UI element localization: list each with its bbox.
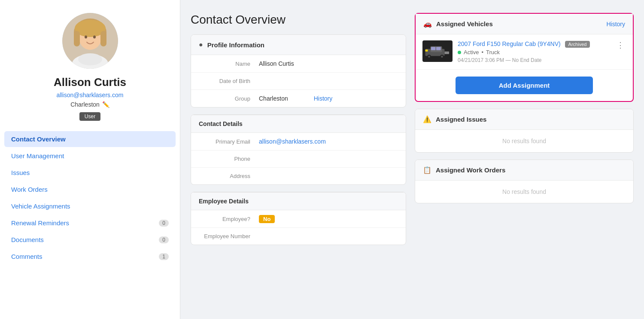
- email-value[interactable]: allison@sharklasers.com: [259, 138, 326, 145]
- sidebar-nav: Contact OverviewUser ManagementIssuesWor…: [0, 131, 180, 265]
- svg-rect-5: [100, 31, 106, 46]
- work-orders-no-results: No results found: [415, 181, 633, 203]
- svg-point-6: [85, 36, 87, 39]
- vehicle-name[interactable]: 2007 Ford F150 Regular Cab (9Y4NV) Archi…: [458, 40, 610, 47]
- employee-no-badge: No: [259, 215, 275, 223]
- sidebar-item-issues[interactable]: Issues: [4, 165, 176, 181]
- vehicle-entry: 2007 Ford F150 Regular Cab (9Y4NV) Archi…: [416, 34, 633, 70]
- svg-rect-12: [431, 47, 436, 50]
- contact-details-card: Contact Details Primary Email allison@sh…: [191, 114, 406, 185]
- sidebar-item-renewal-reminders[interactable]: Renewal Reminders0: [4, 215, 176, 231]
- vehicles-history-link[interactable]: History: [606, 21, 625, 28]
- add-assignment-button[interactable]: Add Assignment: [456, 77, 593, 94]
- group-row: Group Charleston History: [191, 90, 406, 107]
- issues-icon: ⚠️: [423, 115, 431, 123]
- svg-point-7: [93, 36, 96, 39]
- vehicle-info: 2007 Ford F150 Regular Cab (9Y4NV) Archi…: [458, 40, 610, 63]
- sidebar: Allison Curtis allison@sharklasers.com C…: [0, 0, 180, 319]
- edit-location-icon[interactable]: ✏️: [102, 101, 109, 108]
- user-name: Allison Curtis: [54, 76, 126, 89]
- email-label: Primary Email: [199, 138, 259, 145]
- vehicle-menu-button[interactable]: ⋮: [615, 40, 626, 50]
- svg-rect-18: [445, 52, 450, 54]
- employee-label: Employee?: [199, 216, 259, 222]
- assigned-vehicles-title: Assigned Vehicles: [436, 20, 602, 28]
- contact-details-header: Contact Details: [191, 115, 406, 133]
- sidebar-item-label: Work Orders: [11, 186, 48, 193]
- svg-rect-4: [74, 31, 80, 46]
- svg-point-9: [78, 53, 102, 65]
- employee-number-label: Employee Number: [199, 233, 259, 239]
- profile-information-card: ● Profile Information Name Allison Curti…: [191, 34, 406, 107]
- user-role-badge: User: [79, 112, 100, 121]
- page-title: Contact Overview: [191, 13, 406, 27]
- car-icon: 🚗: [423, 20, 432, 28]
- vehicle-thumbnail: [422, 40, 453, 62]
- sidebar-item-badge: 1: [159, 253, 169, 260]
- profile-icon: ●: [199, 41, 203, 49]
- profile-section-header: ● Profile Information: [191, 35, 406, 55]
- sidebar-item-label: Contact Overview: [11, 135, 66, 143]
- svg-rect-19: [425, 49, 428, 52]
- vehicle-status: Active • Truck: [458, 49, 610, 55]
- address-label: Address: [199, 173, 259, 179]
- user-location: Charleston ✏️: [70, 101, 109, 108]
- right-column: 🚗 Assigned Vehicles History: [415, 13, 634, 306]
- avatar: [62, 13, 118, 69]
- sidebar-item-label: User Management: [11, 152, 64, 160]
- assigned-issues-card: ⚠️ Assigned Issues No results found: [415, 109, 634, 153]
- user-email[interactable]: allison@sharklasers.com: [57, 92, 124, 98]
- work-orders-icon: 📋: [423, 166, 431, 174]
- sidebar-item-label: Renewal Reminders: [11, 219, 69, 227]
- active-dot: [458, 51, 461, 54]
- assigned-issues-header: ⚠️ Assigned Issues: [415, 109, 633, 130]
- sidebar-item-user-management[interactable]: User Management: [4, 148, 176, 164]
- assigned-work-orders-header: 📋 Assigned Work Orders: [415, 160, 633, 181]
- name-row: Name Allison Curtis: [191, 55, 406, 73]
- group-label: Group: [199, 95, 259, 102]
- employee-row: Employee? No: [191, 210, 406, 228]
- sidebar-item-label: Comments: [11, 253, 43, 260]
- assigned-vehicles-header: 🚗 Assigned Vehicles History: [416, 14, 633, 34]
- employee-value: No: [259, 215, 275, 222]
- main-content: Contact Overview ● Profile Information N…: [180, 0, 644, 319]
- profile-section-title: Profile Information: [207, 41, 398, 49]
- phone-row: Phone: [191, 150, 406, 168]
- sidebar-item-badge: 0: [159, 220, 169, 227]
- sidebar-item-label: Vehicle Assignments: [11, 202, 70, 210]
- sidebar-item-label: Documents: [11, 236, 44, 243]
- employee-number-row: Employee Number: [191, 228, 406, 245]
- address-row: Address: [191, 168, 406, 184]
- employee-details-card: Employee Details Employee? No Employee N…: [191, 192, 406, 245]
- dob-label: Date of Birth: [199, 78, 259, 84]
- group-history-link[interactable]: History: [314, 95, 333, 102]
- assigned-work-orders-title: Assigned Work Orders: [436, 166, 626, 174]
- sidebar-item-comments[interactable]: Comments1: [4, 248, 176, 264]
- group-value: Charleston History: [259, 95, 332, 102]
- assigned-work-orders-card: 📋 Assigned Work Orders No results found: [415, 160, 634, 203]
- employee-details-header: Employee Details: [191, 192, 406, 210]
- svg-rect-13: [436, 47, 441, 50]
- sidebar-item-contact-overview[interactable]: Contact Overview: [4, 131, 176, 147]
- sidebar-item-badge: 0: [159, 236, 169, 243]
- name-value: Allison Curtis: [259, 60, 294, 67]
- sidebar-item-documents[interactable]: Documents0: [4, 232, 176, 248]
- assigned-vehicles-card: 🚗 Assigned Vehicles History: [415, 13, 634, 102]
- svg-point-15: [428, 56, 430, 58]
- dob-row: Date of Birth: [191, 73, 406, 90]
- sidebar-item-work-orders[interactable]: Work Orders: [4, 181, 176, 197]
- assigned-issues-title: Assigned Issues: [436, 116, 626, 123]
- add-assignment-section: Add Assignment: [416, 70, 633, 101]
- archived-badge: Archived: [565, 41, 590, 48]
- name-label: Name: [199, 61, 259, 67]
- left-column: Contact Overview ● Profile Information N…: [191, 13, 406, 306]
- sidebar-item-vehicle-assignments[interactable]: Vehicle Assignments: [4, 198, 176, 214]
- sidebar-item-label: Issues: [11, 169, 30, 176]
- vehicle-date: 04/21/2017 3:06 PM — No End Date: [458, 57, 610, 63]
- phone-label: Phone: [199, 156, 259, 162]
- issues-no-results: No results found: [415, 130, 633, 152]
- svg-point-17: [441, 56, 443, 58]
- email-row: Primary Email allison@sharklasers.com: [191, 133, 406, 150]
